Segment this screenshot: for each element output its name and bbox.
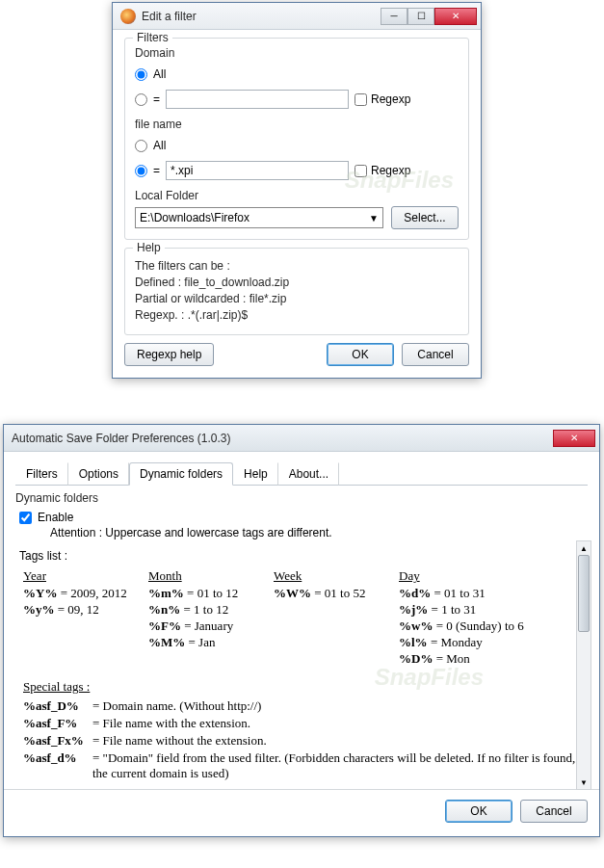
window-body: Filters Domain All = Regexp file name Al…	[113, 30, 481, 378]
col-day: Day %d% = 01 to 31 %j% = 1 to 31 %w% = 0…	[399, 568, 524, 668]
filename-regexp-checkbox[interactable]	[355, 165, 367, 177]
special-row: %asf_Fx%= File name without the extensio…	[23, 733, 580, 749]
tag-row: %l% = Monday	[399, 635, 524, 650]
dialog-buttons: Regexp help OK Cancel	[124, 343, 469, 366]
cancel-button[interactable]: Cancel	[402, 343, 469, 366]
domain-input[interactable]	[166, 90, 349, 109]
tab-dynamic-folders[interactable]: Dynamic folders	[129, 462, 233, 486]
edit-filter-window: Edit a filter ─ ☐ ✕ Filters Domain All =…	[112, 2, 482, 379]
scroll-up-icon[interactable]: ▲	[577, 541, 591, 555]
help-fieldset: Help The filters can be : Defined : file…	[124, 248, 469, 335]
tag-row: %F% = January	[148, 618, 254, 634]
window-body: Filters Options Dynamic folders Help Abo…	[4, 452, 599, 836]
tag-row: %M% = Jan	[148, 635, 254, 650]
filename-input[interactable]	[166, 161, 349, 180]
help-line: The filters can be :	[135, 259, 459, 273]
tab-filters[interactable]: Filters	[15, 462, 68, 486]
tag-row: %d% = 01 to 31	[399, 586, 524, 601]
tag-row: %m% = 01 to 12	[148, 586, 254, 601]
enable-label: Enable	[38, 511, 73, 524]
special-row: %asf_d%= "Domain" field from the used fi…	[23, 750, 580, 781]
select-folder-button[interactable]: Select...	[391, 206, 459, 229]
minimize-button[interactable]: ─	[381, 8, 407, 25]
help-line: Partial or wildcarded : file*.zip	[135, 292, 459, 305]
filename-eq-row: = Regexp	[135, 160, 459, 181]
window-buttons: ─ ☐ ✕	[381, 8, 477, 25]
domain-regexp-checkbox-wrap: Regexp	[355, 92, 410, 106]
help-line: Defined : file_to_download.zip	[135, 276, 459, 289]
filters-legend: Filters	[133, 31, 172, 44]
localfolder-value: E:\Downloads\Firefox	[140, 211, 249, 224]
domain-regexp-checkbox[interactable]	[355, 93, 367, 106]
tag-row: %n% = 1 to 12	[148, 602, 254, 618]
section-title: Dynamic folders	[15, 491, 588, 505]
filename-regexp-label: Regexp	[371, 164, 410, 177]
tag-row: %w% = 0 (Sunday) to 6	[399, 618, 524, 634]
titlebar[interactable]: Edit a filter ─ ☐ ✕	[113, 3, 481, 30]
filters-fieldset: Filters Domain All = Regexp file name Al…	[124, 38, 469, 240]
localfolder-select[interactable]: E:\Downloads\Firefox ▼	[135, 207, 383, 228]
filename-label: file name	[135, 118, 459, 131]
firefox-icon	[120, 9, 136, 24]
tag-row: %W% = 01 to 52	[274, 586, 380, 601]
tab-options[interactable]: Options	[68, 462, 129, 486]
filename-all-label: All	[153, 139, 166, 152]
domain-eq-row: = Regexp	[135, 89, 459, 110]
tab-about[interactable]: About...	[278, 462, 339, 486]
tagslist-label: Tags list :	[19, 549, 588, 563]
enable-row: Enable	[19, 511, 588, 524]
special-row: %asf_F%= File name with the extension.	[23, 716, 580, 731]
special-tags: Special tags : %asf_D%= Domain name. (Wi…	[23, 679, 580, 781]
tab-help[interactable]: Help	[233, 462, 278, 486]
chevron-down-icon: ▼	[369, 213, 379, 224]
domain-eq-label: =	[153, 92, 160, 106]
domain-all-radio[interactable]	[135, 68, 147, 81]
scrollbar-thumb[interactable]	[578, 555, 590, 632]
col-year-header: Year	[23, 568, 129, 584]
domain-eq-radio[interactable]	[135, 93, 147, 106]
filename-regexp-checkbox-wrap: Regexp	[355, 164, 410, 177]
tab-bar: Filters Options Dynamic folders Help Abo…	[15, 461, 588, 486]
tag-row: %Y% = 2009, 2012	[23, 586, 129, 601]
close-button[interactable]: ✕	[434, 8, 477, 25]
window-title: Edit a filter	[142, 10, 381, 23]
scrollbar[interactable]: ▲ ▼	[576, 540, 591, 790]
enable-checkbox[interactable]	[19, 512, 32, 524]
help-legend: Help	[133, 241, 165, 254]
special-tags-header: Special tags :	[23, 679, 580, 695]
window-title: Automatic Save Folder Preferences (1.0.3…	[12, 432, 553, 445]
tag-row: %D% = Mon	[399, 651, 524, 667]
preferences-window: Automatic Save Folder Preferences (1.0.3…	[3, 424, 600, 837]
col-day-header: Day	[399, 568, 524, 584]
ok-button[interactable]: OK	[327, 343, 394, 366]
filename-eq-radio[interactable]	[135, 165, 147, 177]
domain-all-row: All	[135, 64, 459, 85]
cancel-button[interactable]: Cancel	[520, 800, 588, 823]
tag-row: %y% = 09, 12	[23, 602, 129, 618]
titlebar[interactable]: Automatic Save Folder Preferences (1.0.3…	[4, 425, 599, 452]
filename-all-radio[interactable]	[135, 140, 147, 152]
col-year: Year %Y% = 2009, 2012 %y% = 09, 12	[23, 568, 129, 668]
col-month-header: Month	[148, 568, 254, 584]
col-week-header: Week	[274, 568, 380, 584]
domain-regexp-label: Regexp	[371, 92, 410, 106]
scroll-down-icon[interactable]: ▼	[577, 776, 591, 789]
attention-text: Attention : Uppercase and lowercase tags…	[50, 526, 588, 539]
close-button[interactable]: ✕	[553, 430, 595, 447]
domain-all-label: All	[153, 67, 166, 81]
col-month: Month %m% = 01 to 12 %n% = 1 to 12 %F% =…	[148, 568, 254, 668]
window-buttons: ✕	[553, 430, 595, 447]
ok-button[interactable]: OK	[445, 800, 512, 823]
localfolder-label: Local Folder	[135, 189, 459, 202]
tags-columns: Year %Y% = 2009, 2012 %y% = 09, 12 Month…	[23, 568, 580, 668]
tag-row: %j% = 1 to 31	[399, 602, 524, 618]
filename-all-row: All	[135, 135, 459, 156]
help-line: Regexp. : .*(.rar|.zip)$	[135, 308, 459, 322]
regexp-help-button[interactable]: Regexp help	[124, 343, 214, 366]
filename-eq-label: =	[153, 164, 160, 177]
special-row: %asf_D%= Domain name. (Without http://)	[23, 698, 580, 714]
maximize-button[interactable]: ☐	[407, 8, 434, 25]
col-week: Week %W% = 01 to 52	[274, 568, 380, 668]
dialog-buttons: OK Cancel	[4, 789, 599, 832]
domain-label: Domain	[135, 46, 459, 60]
